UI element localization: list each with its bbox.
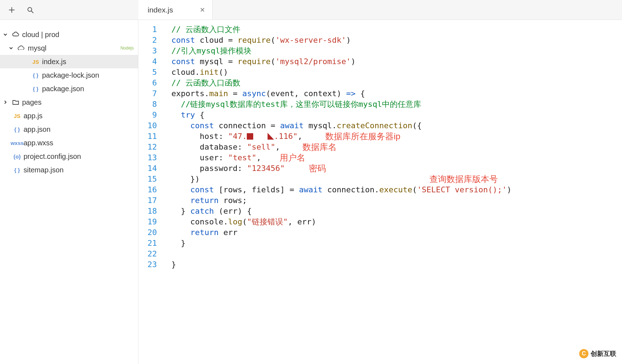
file-item[interactable]: { }app.json (0, 123, 138, 136)
search-icon[interactable] (22, 3, 39, 17)
file-label: index.js (42, 58, 66, 66)
folder-label: mysql (28, 44, 46, 52)
file-type-icon: JS (29, 59, 42, 65)
chevron-right-icon (3, 100, 8, 105)
file-item[interactable]: JSindex.js (0, 55, 138, 68)
annotation-label: 数据库所在服务器ip (325, 131, 401, 142)
file-type-icon: { } (11, 126, 24, 132)
tab-index-js[interactable]: index.js ✕ (138, 0, 213, 20)
annotation-label: 用户名 (280, 152, 305, 163)
nodejs-badge: Nodejs (121, 46, 134, 51)
file-type-icon: JS (11, 113, 24, 119)
code-content[interactable]: // 云函数入口文件 const cloud = require('wx-ser… (162, 24, 622, 364)
file-label: app.wxss (24, 139, 53, 147)
editor-tabbar: index.js ✕ (138, 0, 622, 20)
file-type-icon: wxss (11, 140, 24, 146)
folder-label: pages (22, 98, 42, 106)
file-label: app.json (24, 125, 51, 134)
annotation-label: 查询数据库版本号 (429, 174, 498, 184)
folder-cloud-prod[interactable]: cloud | prod (0, 28, 138, 41)
file-explorer: cloud | prod mysql Nodejs JSindex.js{ }p… (0, 20, 138, 364)
file-label: package-lock.json (42, 71, 99, 79)
file-label: sitemap.json (24, 166, 63, 174)
watermark: C 创新互联 (579, 349, 616, 358)
cloud-function-icon (15, 45, 28, 51)
file-label: project.config.json (24, 152, 81, 161)
file-item[interactable]: wxssapp.wxss (0, 136, 138, 150)
cloud-folder-icon (9, 31, 22, 38)
file-item[interactable]: JSapp.js (0, 109, 138, 123)
file-label: package.json (42, 85, 84, 93)
folder-mysql[interactable]: mysql Nodejs (0, 41, 138, 55)
line-number-gutter: 1234567891011121314151617181920212223 (138, 24, 162, 364)
close-icon[interactable]: ✕ (200, 6, 205, 14)
file-item[interactable]: { }package-lock.json (0, 68, 138, 82)
chevron-down-icon (9, 46, 14, 51)
chevron-down-icon (3, 32, 8, 37)
file-item[interactable]: { }sitemap.json (0, 163, 138, 177)
file-item[interactable]: {o}project.config.json (0, 150, 138, 163)
tab-title: index.js (148, 6, 173, 14)
watermark-text: 创新互联 (591, 349, 616, 358)
folder-label: cloud | prod (22, 31, 59, 39)
file-item[interactable]: { }package.json (0, 82, 138, 95)
annotation-label: 数据库名 (302, 142, 337, 152)
annotation-label: 密码 (309, 163, 326, 174)
folder-icon (9, 99, 22, 105)
file-type-icon: { } (29, 86, 42, 92)
watermark-logo-icon: C (579, 349, 588, 358)
file-type-icon: { } (11, 167, 24, 173)
file-label: app.js (24, 112, 42, 120)
code-editor[interactable]: 1234567891011121314151617181920212223 //… (138, 20, 622, 364)
file-type-icon: {o} (11, 154, 24, 160)
add-icon[interactable] (4, 3, 20, 17)
file-type-icon: { } (29, 72, 42, 78)
folder-pages[interactable]: pages (0, 95, 138, 109)
